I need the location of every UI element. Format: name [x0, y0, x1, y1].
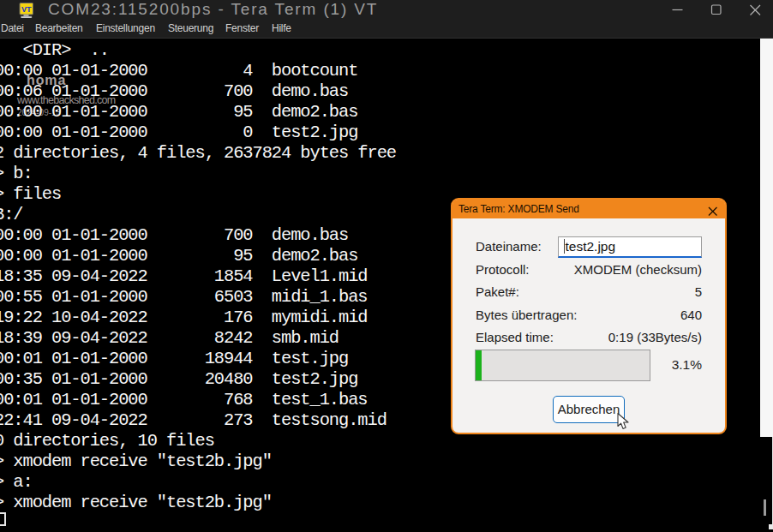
svg-text:VT: VT	[21, 5, 32, 14]
